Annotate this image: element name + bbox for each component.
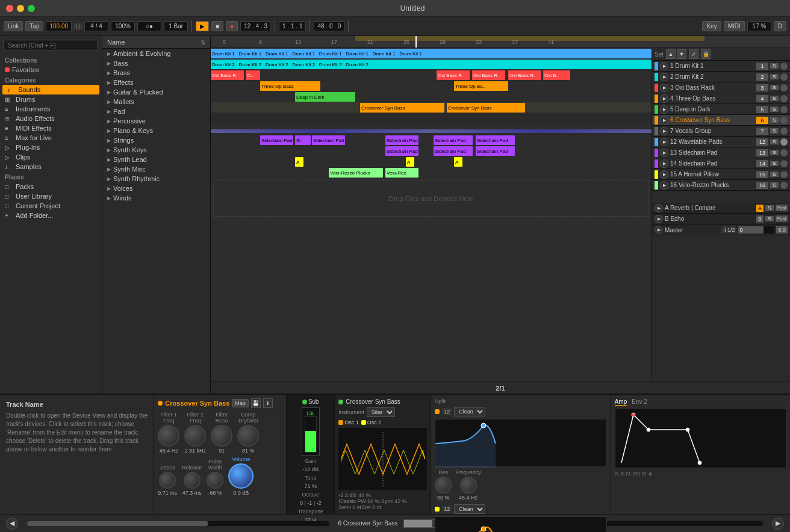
browser-item-14[interactable]: ▶Voices <box>102 184 210 193</box>
track-num-7[interactable]: 7 <box>756 128 768 135</box>
track-mute-16[interactable] <box>780 182 788 189</box>
instrument-select[interactable]: Sitar <box>367 407 395 417</box>
track-num-4[interactable]: 4 <box>756 95 768 102</box>
sidebar-item-max-for-live[interactable]: ≡ Max for Live <box>0 133 102 143</box>
tap-button[interactable]: Tap <box>25 21 43 31</box>
sidebar-item-samples[interactable]: ♪ Samples <box>0 162 102 172</box>
clip-drum-kit-1[interactable]: Drum Kit 1 Drum Kit 1 Drum Kit 1 Drum Ki… <box>211 49 652 58</box>
clip-oxi-6[interactable]: Oxi B.. <box>543 70 570 80</box>
send-s-b[interactable]: S <box>765 216 774 221</box>
filter1-mode-select[interactable]: Clean <box>454 407 485 416</box>
track-play-3[interactable]: ▶ <box>660 84 668 92</box>
link-button[interactable]: Link <box>4 21 23 31</box>
clip-oxi-3[interactable]: Oxi Bass R. <box>437 70 470 80</box>
clip-oxi-1[interactable]: Oxi Bass R. <box>211 70 244 80</box>
send-play-b[interactable]: ▶ <box>655 215 663 223</box>
position-display[interactable]: 12 . 4 . 3 <box>240 21 271 31</box>
track-mute-12[interactable] <box>780 138 788 146</box>
send-name-b[interactable]: B Echo <box>665 215 754 222</box>
track-num-16[interactable]: 16 <box>756 182 768 189</box>
sidebar-item-add-folder[interactable]: + Add Folder... <box>0 211 102 220</box>
clip-oxi-5[interactable]: Oxi Bass R. <box>508 70 541 80</box>
track-mute-1[interactable] <box>780 63 788 70</box>
amp-tab[interactable]: Amp <box>615 398 627 406</box>
track-play-13[interactable]: ▶ <box>660 149 668 157</box>
send-post-a[interactable]: Post <box>776 205 788 211</box>
bars-display[interactable]: 1 . 1 . 1 <box>279 21 306 31</box>
status-nav-right[interactable]: ▶ <box>772 518 784 530</box>
send-btn-b[interactable]: B <box>756 215 764 223</box>
sidebar-item-plugins[interactable]: ▷ Plug-Ins <box>0 143 102 152</box>
sidebar-item-favorites[interactable]: Favorites <box>0 65 102 75</box>
track-s-4[interactable]: S <box>770 96 779 101</box>
synth-info-icon[interactable]: ℹ <box>263 398 273 408</box>
track-play-12[interactable]: ▶ <box>660 138 668 146</box>
knob-vol[interactable] <box>228 463 253 489</box>
knob-reso[interactable] <box>211 425 232 447</box>
nav-down[interactable]: ▼ <box>677 49 686 59</box>
close-button[interactable] <box>6 5 13 12</box>
track-s-12[interactable]: S <box>770 139 779 144</box>
minimize-button[interactable] <box>17 5 24 12</box>
track-mute-6[interactable] <box>780 117 788 124</box>
maximize-button[interactable] <box>28 5 35 12</box>
browser-item-13[interactable]: ▶Synth Rhythmic <box>102 174 210 184</box>
track-num-2[interactable]: 2 <box>756 73 768 81</box>
amp-release-point[interactable] <box>698 461 701 465</box>
clip-oxi-4[interactable]: Oxi Bass R. <box>472 70 505 80</box>
clip-hornet-1[interactable]: A <box>295 157 303 167</box>
track-play-14[interactable]: ▶ <box>660 159 668 168</box>
knob-res1[interactable] <box>435 477 452 493</box>
track-s-5[interactable]: S <box>770 107 779 112</box>
track-play-4[interactable]: ▶ <box>660 94 668 103</box>
send-post-b[interactable]: Post <box>776 215 788 222</box>
master-play[interactable]: ▶ <box>655 226 663 234</box>
track-play-5[interactable]: ▶ <box>660 105 668 114</box>
browser-item-7[interactable]: ▶Percussive <box>102 116 210 126</box>
track-s-15[interactable]: S <box>770 172 779 177</box>
knob-f1[interactable] <box>158 425 179 447</box>
send-play-a[interactable]: ▶ <box>655 204 663 212</box>
track-name-12[interactable]: 12 Wavetable Pads <box>670 138 754 145</box>
track-mute-5[interactable] <box>780 106 788 113</box>
browser-item-0[interactable]: ▶Ambient & Evolving <box>102 49 210 58</box>
clip-three-op-2[interactable]: Three Op Ba.. <box>454 81 508 91</box>
track-s-16[interactable]: S <box>770 182 779 188</box>
env2-tab[interactable]: Env 2 <box>632 398 647 406</box>
track-mute-4[interactable] <box>780 95 788 102</box>
clip-hornet-2[interactable]: A <box>406 157 414 167</box>
metronome-display[interactable]: ○● <box>137 21 161 31</box>
clip-velo-1[interactable]: Velo-Rezzo Plucks <box>329 168 383 178</box>
knob-freq1[interactable] <box>460 477 477 493</box>
clip-crossover-2[interactable]: Crossover Syn Bass <box>447 103 525 113</box>
filter2-handle[interactable] <box>481 527 486 531</box>
track-num-5[interactable]: 5 <box>756 106 768 113</box>
browser-item-8[interactable]: ▶Piano & Keys <box>102 126 210 135</box>
filter1-handle[interactable] <box>481 423 486 428</box>
track-name-6[interactable]: 6 Crossover Syn Bass <box>670 117 754 123</box>
status-scrollbar-left[interactable] <box>27 521 329 526</box>
clip-crossover-1[interactable]: Crossover Syn Bass <box>360 103 444 113</box>
track-play-15[interactable]: ▶ <box>660 170 668 179</box>
track-name-13[interactable]: 13 Sidechain Pad <box>670 149 754 156</box>
clip-sidechain-14-2[interactable]: Sidechain Pad <box>434 146 473 156</box>
send-s-a[interactable]: S <box>765 205 774 211</box>
track-s-1[interactable]: S <box>770 63 779 69</box>
nav-up[interactable]: ▲ <box>666 49 676 59</box>
send-name-a[interactable]: A Reverb | Compre <box>665 205 754 211</box>
sidebar-item-audio-effects[interactable]: ≋ Audio Effects <box>0 114 102 123</box>
send-btn-a[interactable]: A <box>756 205 764 212</box>
clips-scroll-area[interactable]: Drum Kit 1 Drum Kit 1 Drum Kit 1 Drum Ki… <box>211 48 652 382</box>
browser-sort-icon[interactable]: ⇅ <box>201 39 205 46</box>
clip-sidechain-14-3[interactable]: Sidechain Pad <box>476 146 515 156</box>
track-s-13[interactable]: S <box>770 150 779 155</box>
track-num-12[interactable]: 12 <box>756 138 768 146</box>
track-num-3[interactable]: 3 <box>756 84 768 91</box>
sidebar-item-drums[interactable]: ⊞ Drums <box>0 94 102 104</box>
sidebar-item-sounds[interactable]: ♪ Sounds <box>2 85 99 94</box>
browser-item-2[interactable]: ▶Brass <box>102 68 210 78</box>
track-name-2[interactable]: 2 Drum Kit 2 <box>670 73 754 80</box>
track-s-3[interactable]: S <box>770 85 779 90</box>
track-num-14[interactable]: 14 <box>756 160 768 167</box>
browser-item-10[interactable]: ▶Synth Keys <box>102 145 210 155</box>
